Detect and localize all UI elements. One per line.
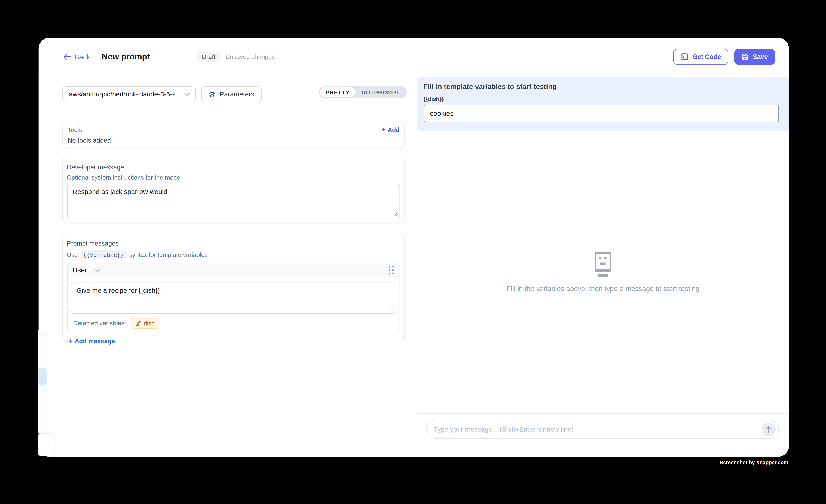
template-variables-panel: Fill in template variables to start test… <box>417 77 789 131</box>
template-variables-title: Fill in template variables to start test… <box>423 82 778 90</box>
back-button[interactable]: Back <box>63 53 90 61</box>
pencil-icon <box>136 320 141 326</box>
role-select-value[interactable]: User <box>73 267 87 274</box>
get-code-label: Get Code <box>693 53 721 61</box>
terminal-icon <box>681 53 688 61</box>
background-window-corner <box>38 433 54 456</box>
toggle-pretty[interactable]: PRETTY <box>320 87 355 97</box>
app-window: Back New prompt Draft Unsaved changes Ge… <box>39 38 789 456</box>
developer-message-card: Developer message Optional system instru… <box>62 158 405 223</box>
view-mode-toggle: PRETTY DOTPROMPT <box>318 86 407 98</box>
syntax-suffix: syntax for template variables <box>129 251 208 258</box>
tester-pane: Fill in template variables to start test… <box>417 77 789 456</box>
parameters-button[interactable]: ⚙ Parameters <box>201 86 262 103</box>
add-tool-button[interactable]: + Add <box>382 126 400 133</box>
add-tool-label: Add <box>388 126 400 133</box>
detected-variables-label: Detected variables: <box>73 320 126 326</box>
variable-chip-dish[interactable]: dish <box>131 318 159 328</box>
model-select[interactable]: aws/anthropic/bedrock-claude-3-5-s... <box>62 86 195 103</box>
tools-empty-text: No tools added <box>68 137 400 144</box>
prompt-messages-title: Prompt messages <box>67 240 400 247</box>
status-badge: Draft <box>197 52 220 62</box>
tools-card: Tools + Add No tools added <box>62 122 405 149</box>
header: Back New prompt Draft Unsaved changes Ge… <box>39 38 789 77</box>
syntax-prefix: Use <box>67 251 78 258</box>
developer-message-title: Developer message <box>67 163 400 171</box>
add-message-label: Add message <box>75 337 115 344</box>
add-message-button[interactable]: + Add message <box>69 337 400 344</box>
message-role-bar: User <box>67 263 400 278</box>
message-block: User Give me a recipe for {{dish}} Detec… <box>67 263 400 332</box>
send-button[interactable] <box>761 422 775 436</box>
prompt-messages-card: Prompt messages Use {{variable}} syntax … <box>62 234 405 342</box>
developer-message-input[interactable]: Respond as jack sparrow would <box>67 184 400 218</box>
developer-message-subtitle: Optional system instructions for the mod… <box>67 174 400 181</box>
syntax-code-chip: {{variable}} <box>80 250 126 258</box>
chat-input-placeholder: Type your message... (Shift+Enter for ne… <box>434 425 574 433</box>
page-title: New prompt <box>102 52 150 62</box>
model-select-value: aws/anthropic/bedrock-claude-3-5-s... <box>69 90 184 98</box>
editor-pane: aws/anthropic/bedrock-claude-3-5-s... ⚙ … <box>39 77 417 456</box>
drag-handle-icon[interactable] <box>389 266 394 275</box>
detected-variables-row: Detected variables: dish <box>71 318 397 328</box>
dish-variable-label: {{dish}} <box>423 95 778 102</box>
message-text-input[interactable]: Give me a recipe for {{dish}} <box>71 282 397 313</box>
message-body: Give me a recipe for {{dish}} Detected v… <box>67 278 400 331</box>
parameters-label: Parameters <box>220 90 254 98</box>
chat-input[interactable]: Type your message... (Shift+Enter for ne… <box>426 420 778 439</box>
syntax-hint: Use {{variable}} syntax for template var… <box>67 250 400 258</box>
toggle-dotprompt[interactable]: DOTPROMPT <box>355 87 406 97</box>
plus-icon: + <box>382 126 386 133</box>
chevron-down-icon <box>184 93 190 96</box>
main-area: aws/anthropic/bedrock-claude-3-5-s... ⚙ … <box>39 77 789 456</box>
save-label: Save <box>753 53 768 61</box>
arrow-up-icon <box>765 425 772 433</box>
save-icon <box>742 53 749 61</box>
chevron-down-icon[interactable] <box>95 269 100 272</box>
gear-icon: ⚙ <box>209 90 215 98</box>
screen: Back New prompt Draft Unsaved changes Ge… <box>0 0 826 504</box>
robot-icon <box>592 252 614 277</box>
arrow-left-icon <box>63 54 71 60</box>
unsaved-changes-note: Unsaved changes <box>226 54 275 60</box>
back-label: Back <box>74 53 90 61</box>
dish-variable-input[interactable] <box>423 104 778 122</box>
chat-empty-state: Fill in the variables above, then type a… <box>417 131 789 414</box>
save-button[interactable]: Save <box>734 49 775 65</box>
watermark-text: Screenshot by Xnapper.com <box>720 459 788 465</box>
get-code-button[interactable]: Get Code <box>673 49 728 65</box>
chat-input-bar: Type your message... (Shift+Enter for ne… <box>417 414 789 456</box>
tools-title: Tools <box>68 126 82 133</box>
background-window-selected-item <box>38 368 46 385</box>
plus-icon: + <box>69 337 72 344</box>
variable-chip-label: dish <box>144 320 155 326</box>
chat-empty-text: Fill in the variables above, then type a… <box>507 285 700 293</box>
